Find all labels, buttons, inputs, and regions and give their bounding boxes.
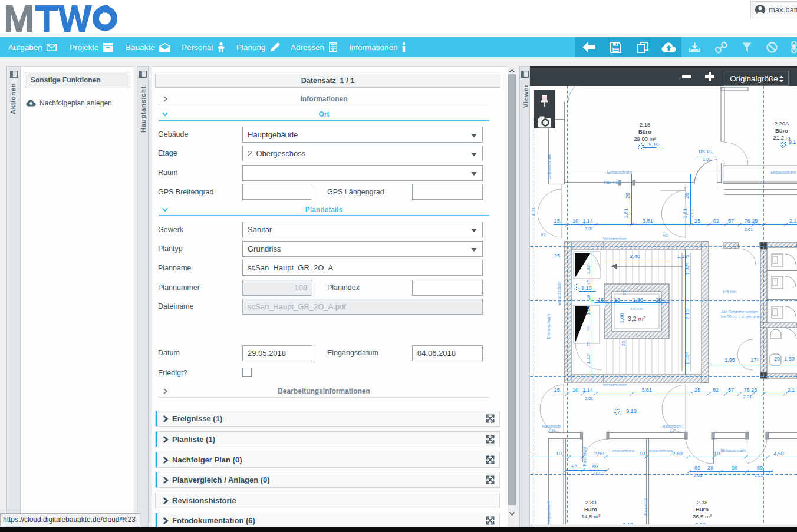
svg-text:2,01: 2,01 (703, 157, 712, 162)
svg-text:1,32⁵: 1,32⁵ (586, 263, 591, 275)
svg-text:Rauchdicht: Rauchdicht (542, 424, 562, 428)
svg-text:Einbauschrank: Einbauschrank (546, 313, 551, 339)
svg-text:89: 89 (592, 464, 598, 470)
svg-text:Einbauschrank: Einbauschrank (648, 449, 674, 453)
svg-text:2,99: 2,99 (594, 451, 604, 457)
svg-text:25: 25 (621, 341, 626, 346)
svg-text:3,81: 3,81 (643, 218, 653, 224)
svg-text:10: 10 (639, 451, 645, 457)
svg-text:16: 16 (598, 297, 604, 303)
svg-text:62: 62 (713, 218, 719, 224)
svg-text:17⁵: 17⁵ (750, 357, 759, 363)
svg-text:1,30: 1,30 (784, 356, 795, 362)
svg-text:20: 20 (774, 356, 780, 362)
svg-text:57: 57 (728, 387, 734, 393)
svg-text:89: 89 (694, 465, 700, 471)
svg-text:10,: 10, (556, 451, 564, 457)
svg-text:1,81: 1,81 (623, 208, 629, 219)
svg-text:76 25: 76 25 (744, 387, 758, 393)
svg-text:Vorsatzschale: Vorsatzschale (603, 237, 627, 241)
svg-text:25: 25 (621, 289, 627, 295)
svg-text:2,2: 2,2 (669, 428, 674, 432)
svg-text:62: 62 (571, 464, 577, 470)
svg-text:Rauchdicht: Rauchdicht (663, 424, 682, 428)
svg-text:Büro: Büro (775, 127, 788, 134)
svg-text:62: 62 (713, 387, 719, 393)
svg-text:1,14: 1,14 (582, 387, 593, 393)
svg-text:10: 10 (572, 387, 578, 393)
svg-text:9,18: 9,18 (648, 141, 659, 147)
svg-text:29,00 m²: 29,00 m² (634, 136, 656, 142)
svg-text:9,18: 9,18 (695, 522, 706, 524)
svg-text:2.39: 2.39 (585, 499, 597, 505)
svg-text:20: 20 (684, 193, 690, 199)
svg-text:2,1: 2,1 (788, 387, 795, 393)
svg-text:25: 25 (554, 253, 560, 259)
svg-text:90: 90 (732, 465, 737, 471)
svg-text:9,18: 9,18 (581, 285, 592, 291)
svg-text:25: 25 (656, 297, 661, 303)
svg-text:Büro: Büro (584, 506, 597, 513)
svg-text:1,14: 1,14 (582, 218, 593, 224)
svg-text:2,1b: 2,1b (548, 428, 556, 432)
svg-text:36,5 m²: 36,5 m² (693, 513, 712, 520)
svg-text:Einbauschrank: Einbauschrank (607, 170, 633, 174)
svg-text:2,01: 2,01 (585, 396, 594, 401)
svg-text:Einbauschrank: Einbauschrank (771, 170, 797, 174)
svg-text:1,32⁵: 1,32⁵ (684, 352, 690, 365)
svg-text:2,01: 2,01 (745, 227, 753, 232)
svg-text:Büro: Büro (638, 128, 651, 135)
svg-text:25: 25 (585, 341, 591, 346)
svg-text:25: 25 (694, 387, 700, 393)
svg-text:2,40: 2,40 (630, 253, 640, 259)
svg-text:38: 38 (585, 325, 591, 331)
svg-text:25,: 25, (554, 218, 562, 224)
svg-text:2.20A: 2.20A (775, 120, 789, 127)
svg-text:10: 10 (714, 451, 720, 457)
svg-text:25,: 25, (554, 387, 562, 393)
svg-text:2,01: 2,01 (755, 472, 763, 478)
svg-text:76 25: 76 25 (745, 218, 758, 224)
svg-text:1,95: 1,95 (724, 357, 735, 363)
svg-text:RD: RD (541, 233, 546, 237)
svg-text:3,81: 3,81 (641, 387, 652, 393)
svg-text:2,80: 2,80 (672, 451, 683, 457)
svg-text:20: 20 (625, 193, 631, 199)
svg-text:2,1: 2,1 (789, 218, 797, 224)
svg-text:9,18: 9,18 (626, 408, 637, 414)
svg-text:14,8 m²: 14,8 m² (581, 513, 600, 520)
svg-text:2,01: 2,01 (585, 226, 594, 232)
svg-text:RD: RD (663, 233, 668, 237)
svg-text:1,60: 1,60 (619, 313, 625, 323)
svg-text:3,2 m²: 3,2 m² (628, 315, 645, 322)
svg-text:18: 18 (586, 295, 591, 300)
svg-text:89: 89 (757, 465, 763, 471)
svg-text:10: 10 (572, 218, 578, 224)
svg-text:25: 25 (585, 279, 591, 285)
svg-text:2,10: 2,10 (684, 309, 690, 320)
svg-text:675 Klin: 675 Klin (723, 290, 737, 294)
svg-text:1,32⁵: 1,32⁵ (684, 262, 690, 275)
svg-text:Rau-4025: Rau-4025 (604, 180, 621, 184)
svg-text:2,01: 2,01 (592, 471, 601, 476)
svg-text:Alle Schächte werden: Alle Schächte werden (721, 310, 758, 314)
svg-text:Vorsatzschale: Vorsatzschale (557, 281, 561, 305)
svg-text:28: 28 (707, 465, 713, 471)
svg-text:4,50: 4,50 (773, 451, 784, 457)
svg-text:Einbauschrank: Einbauschrank (610, 449, 635, 453)
svg-text:1,04: 1,04 (586, 306, 591, 315)
svg-text:1,81: 1,81 (682, 208, 688, 219)
svg-text:2.18: 2.18 (640, 121, 651, 128)
svg-text:1,32⁵: 1,32⁵ (677, 253, 690, 259)
svg-text:1,86: 1,86 (633, 297, 643, 303)
svg-text:Rauchdicht: Rauchdicht (582, 447, 587, 467)
svg-text:89 15,: 89 15, (699, 148, 713, 154)
svg-text:2,01: 2,01 (694, 472, 703, 478)
svg-text:675 Klin: 675 Klin (630, 307, 643, 310)
svg-text:25: 25 (694, 218, 700, 224)
svg-text:9,18: 9,18 (623, 522, 633, 524)
svg-text:13: 13 (614, 297, 620, 303)
svg-text:bis 50 cm ü.d. gemauert: bis 50 cm ü.d. gemauert (721, 315, 762, 319)
svg-text:Rau-4025: Rau-4025 (644, 498, 648, 515)
svg-text:2.38: 2.38 (697, 499, 708, 505)
